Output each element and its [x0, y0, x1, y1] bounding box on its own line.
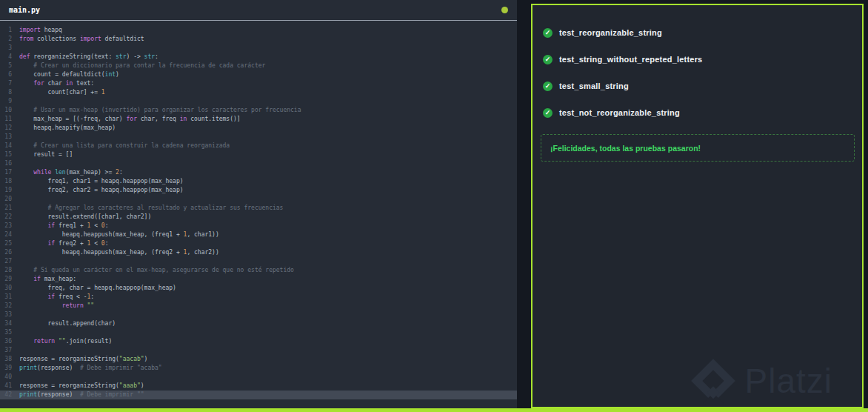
- line-number: 2: [0, 35, 12, 44]
- line-content: max_heap = [(-freq, char) for char, freq…: [12, 115, 241, 124]
- code-line[interactable]: 2from collections import defaultdict: [0, 35, 517, 44]
- code-line[interactable]: 12 heapq.heapify(max_heap): [0, 124, 517, 133]
- line-number: 25: [0, 239, 12, 248]
- test-result-item[interactable]: ✓test_reorganizable_string: [533, 19, 862, 46]
- code-line[interactable]: 4def reorganizeString(text: str) -> str:: [0, 53, 517, 62]
- line-content: [12, 257, 19, 266]
- code-line[interactable]: 30 freq, char = heapq.heappop(max_heap): [0, 284, 517, 293]
- code-token: response = reorganizeString(: [19, 382, 119, 389]
- code-token: [19, 240, 48, 247]
- code-line[interactable]: 20: [0, 195, 517, 204]
- code-line[interactable]: 3: [0, 44, 517, 53]
- code-line[interactable]: 13: [0, 133, 517, 142]
- code-token: print: [19, 391, 37, 398]
- code-token: freq, char = heapq.heappop(max_heap): [19, 285, 176, 291]
- test-result-item[interactable]: ✓test_string_without_repeted_letters: [533, 46, 862, 73]
- code-line[interactable]: 8 count[char] += 1: [0, 88, 517, 97]
- code-line[interactable]: 16: [0, 159, 517, 168]
- code-token: result.extend([char1, char2]): [19, 213, 151, 220]
- code-token: int: [105, 71, 116, 78]
- code-line[interactable]: 35: [0, 328, 517, 337]
- line-number: 18: [0, 177, 12, 186]
- code-token: max_heap = [(-freq, char): [19, 116, 127, 122]
- line-number: 9: [0, 97, 12, 106]
- code-line[interactable]: 41response = reorganizeString("aaab"): [0, 382, 517, 391]
- line-content: for char in text:: [12, 79, 94, 88]
- code-line[interactable]: 32 return "": [0, 302, 517, 310]
- code-token: :: [105, 222, 109, 229]
- line-number: 34: [0, 319, 12, 328]
- line-content: if freq2 + 1 < 0:: [12, 239, 108, 248]
- line-content: freq2, char2 = heapq.heappop(max_heap): [12, 186, 184, 195]
- code-token: freq2, char2 = heapq.heappop(max_heap): [19, 187, 184, 193]
- success-box: ¡Felicidades, todas las pruebas pasaron!: [541, 134, 855, 162]
- test-result-item[interactable]: ✓test_small_string: [533, 73, 862, 99]
- code-line[interactable]: 1import heapq: [0, 26, 517, 35]
- code-token: for: [33, 80, 44, 87]
- code-line[interactable]: 37: [0, 346, 517, 355]
- code-line[interactable]: 31 if freq < -1:: [0, 293, 517, 302]
- code-line[interactable]: 39print(response) # Debe imprimir "acaba…: [0, 364, 517, 373]
- code-line[interactable]: 23 if freq1 + 1 < 0:: [0, 222, 517, 230]
- code-line[interactable]: 19 freq2, char2 = heapq.heappop(max_heap…: [0, 186, 517, 195]
- line-number: 41: [0, 382, 12, 391]
- code-line[interactable]: 25 if freq2 + 1 < 0:: [0, 239, 517, 248]
- line-number: 26: [0, 248, 12, 257]
- line-content: return "": [12, 302, 94, 310]
- code-line[interactable]: 24 heapq.heappush(max_heap, (freq1 + 1, …: [0, 230, 517, 239]
- code-token: char: [44, 80, 66, 87]
- platzi-brand-text: Platzi: [745, 361, 832, 401]
- code-area[interactable]: 1import heapq2from collections import de…: [0, 21, 517, 399]
- code-line[interactable]: 6 count = defaultdict(int): [0, 70, 517, 79]
- code-token: heapq.heappush(max_heap, (freq2 +: [19, 249, 184, 256]
- code-token: freq1 +: [55, 222, 87, 229]
- code-line[interactable]: 14 # Crear una lista para construir la c…: [0, 142, 517, 150]
- code-line[interactable]: 22 result.extend([char1, char2]): [0, 213, 517, 222]
- line-number: 24: [0, 230, 12, 239]
- code-line[interactable]: 11 max_heap = [(-freq, char) for char, f…: [0, 115, 517, 124]
- code-line[interactable]: 5 # Crear un diccionario para contar la …: [0, 62, 517, 70]
- code-line[interactable]: 34 result.append(char): [0, 319, 517, 328]
- code-token: reorganizeString(text:: [30, 53, 116, 60]
- code-line[interactable]: 21 # Agregar los caracteres al resultado…: [0, 204, 517, 213]
- line-content: [12, 133, 19, 142]
- test-result-item[interactable]: ✓test_not_reorganizable_string: [533, 99, 862, 126]
- code-token: (max_heap) >=: [66, 169, 116, 176]
- code-token: print: [19, 365, 37, 371]
- code-line[interactable]: 42print(response) # Debe imprimir "": [0, 391, 517, 399]
- code-line[interactable]: 7 for char in text:: [0, 79, 517, 88]
- line-number: 7: [0, 79, 12, 88]
- code-line[interactable]: 17 while len(max_heap) >= 2:: [0, 168, 517, 177]
- code-token: text:: [73, 80, 94, 87]
- code-line[interactable]: 38response = reorganizeString("aacab"): [0, 355, 517, 364]
- code-token: [19, 222, 48, 229]
- code-token: [19, 293, 48, 300]
- status-dot-icon: [501, 7, 508, 13]
- code-token: len: [55, 169, 65, 176]
- code-token: 1: [101, 89, 105, 96]
- line-number: 16: [0, 159, 12, 168]
- code-line[interactable]: 18 freq1, char1 = heapq.heappop(max_heap…: [0, 177, 517, 186]
- line-content: heapq.heapify(max_heap): [12, 124, 116, 133]
- line-content: if freq < -1:: [12, 293, 94, 302]
- code-line[interactable]: 26 heapq.heappush(max_heap, (freq2 + 1, …: [0, 248, 517, 257]
- code-line[interactable]: 9: [0, 97, 517, 106]
- line-content: # Crear una lista para construir la cade…: [12, 142, 230, 150]
- code-line[interactable]: 28 # Si queda un carácter en el max-heap…: [0, 266, 517, 275]
- code-token: from: [19, 36, 33, 42]
- line-number: 37: [0, 346, 12, 355]
- code-line[interactable]: 29 if max_heap:: [0, 275, 517, 284]
- code-line[interactable]: 33: [0, 310, 517, 319]
- code-token: heapq.heappush(max_heap, (freq1 +: [19, 231, 184, 238]
- code-token: "aaab": [119, 382, 141, 389]
- code-line[interactable]: 10 # Usar un max-heap (invertido) para o…: [0, 106, 517, 115]
- code-line[interactable]: 15 result = []: [0, 150, 517, 159]
- line-number: 33: [0, 310, 12, 319]
- line-content: # Crear un diccionario para contar la fr…: [12, 62, 265, 70]
- code-token: [19, 302, 62, 309]
- line-content: [12, 44, 19, 53]
- code-line[interactable]: 27: [0, 257, 517, 266]
- code-line[interactable]: 36 return "".join(result): [0, 337, 517, 346]
- code-line[interactable]: 40: [0, 373, 517, 382]
- line-content: [12, 310, 19, 319]
